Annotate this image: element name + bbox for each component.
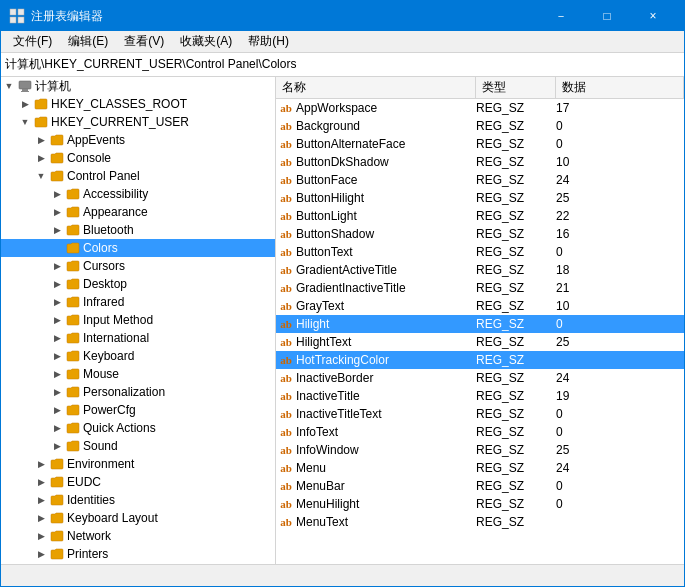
tree-item-appevents[interactable]: ▶AppEvents xyxy=(1,131,275,149)
expand-btn-appevents[interactable]: ▶ xyxy=(33,131,49,149)
tree-item-appearance[interactable]: ▶Appearance xyxy=(1,203,275,221)
list-row[interactable]: abButtonHilightREG_SZ25 xyxy=(276,189,684,207)
tree-item-personalization[interactable]: ▶Personalization xyxy=(1,383,275,401)
list-row[interactable]: abButtonAlternateFaceREG_SZ0 xyxy=(276,135,684,153)
tree-item-controlpanel[interactable]: ▼Control Panel xyxy=(1,167,275,185)
expand-btn-keyboardlayout[interactable]: ▶ xyxy=(33,509,49,527)
expand-btn-appearance[interactable]: ▶ xyxy=(49,203,65,221)
list-row[interactable]: abMenuHilightREG_SZ0 xyxy=(276,495,684,513)
tree-item-eudc[interactable]: ▶EUDC xyxy=(1,473,275,491)
tree-item-sound[interactable]: ▶Sound xyxy=(1,437,275,455)
list-row[interactable]: abMenuTextREG_SZ xyxy=(276,513,684,531)
tree-item-keyboardlayout[interactable]: ▶Keyboard Layout xyxy=(1,509,275,527)
list-body[interactable]: abAppWorkspaceREG_SZ17abBackgroundREG_SZ… xyxy=(276,99,684,564)
list-row[interactable]: abMenuREG_SZ24 xyxy=(276,459,684,477)
tree-item-network[interactable]: ▶Network xyxy=(1,527,275,545)
list-row[interactable]: abInfoTextREG_SZ0 xyxy=(276,423,684,441)
tree-item-environment[interactable]: ▶Environment xyxy=(1,455,275,473)
expand-btn-international[interactable]: ▶ xyxy=(49,329,65,347)
expand-btn-identities[interactable]: ▶ xyxy=(33,491,49,509)
tree-item-powercfg[interactable]: ▶PowerCfg xyxy=(1,401,275,419)
reg-value-type: REG_SZ xyxy=(476,191,556,205)
list-row[interactable]: abInactiveBorderREG_SZ24 xyxy=(276,369,684,387)
tree-item-accessibility[interactable]: ▶Accessibility xyxy=(1,185,275,203)
menu-item[interactable]: 帮助(H) xyxy=(240,31,297,52)
list-row[interactable]: abButtonFaceREG_SZ24 xyxy=(276,171,684,189)
tree-item-cursors[interactable]: ▶Cursors xyxy=(1,257,275,275)
tree-item-mouse[interactable]: ▶Mouse xyxy=(1,365,275,383)
app-icon xyxy=(9,8,25,24)
menu-item[interactable]: 收藏夹(A) xyxy=(172,31,240,52)
expand-btn-eudc[interactable]: ▶ xyxy=(33,473,49,491)
list-row[interactable]: abInfoWindowREG_SZ25 xyxy=(276,441,684,459)
tree-item-hkcu[interactable]: ▼HKEY_CURRENT_USER xyxy=(1,113,275,131)
col-header-data[interactable]: 数据 xyxy=(556,77,684,98)
reg-value-data: 25 xyxy=(556,191,684,205)
expand-btn-computer[interactable]: ▼ xyxy=(1,77,17,95)
tree-item-printers[interactable]: ▶Printers xyxy=(1,545,275,563)
list-row[interactable]: abInactiveTitleTextREG_SZ0 xyxy=(276,405,684,423)
expand-btn-keyboard[interactable]: ▶ xyxy=(49,347,65,365)
minimize-button[interactable]: － xyxy=(538,1,584,31)
list-row[interactable]: abButtonDkShadowREG_SZ10 xyxy=(276,153,684,171)
list-row[interactable]: abButtonShadowREG_SZ16 xyxy=(276,225,684,243)
expand-btn-mouse[interactable]: ▶ xyxy=(49,365,65,383)
folder-icon xyxy=(65,204,81,220)
tree-item-bluetooth[interactable]: ▶Bluetooth xyxy=(1,221,275,239)
list-row[interactable]: abMenuBarREG_SZ0 xyxy=(276,477,684,495)
tree-item-computer[interactable]: ▼计算机 xyxy=(1,77,275,95)
close-button[interactable]: × xyxy=(630,1,676,31)
menu-item[interactable]: 查看(V) xyxy=(116,31,172,52)
tree-item-international[interactable]: ▶International xyxy=(1,329,275,347)
expand-btn-console[interactable]: ▶ xyxy=(33,149,49,167)
expand-btn-printers[interactable]: ▶ xyxy=(33,545,49,563)
col-header-type[interactable]: 类型 xyxy=(476,77,556,98)
tree-item-hkcr[interactable]: ▶HKEY_CLASSES_ROOT xyxy=(1,95,275,113)
reg-value-icon: ab xyxy=(276,174,296,186)
tree-item-colors[interactable]: Colors xyxy=(1,239,275,257)
list-row[interactable]: abAppWorkspaceREG_SZ17 xyxy=(276,99,684,117)
expand-btn-personalization[interactable]: ▶ xyxy=(49,383,65,401)
reg-value-data: 22 xyxy=(556,209,684,223)
tree-item-desktop[interactable]: ▶Desktop xyxy=(1,275,275,293)
expand-btn-inputmethod[interactable]: ▶ xyxy=(49,311,65,329)
expand-btn-desktop[interactable]: ▶ xyxy=(49,275,65,293)
expand-btn-environment[interactable]: ▶ xyxy=(33,455,49,473)
expand-btn-accessibility[interactable]: ▶ xyxy=(49,185,65,203)
tree-item-infrared[interactable]: ▶Infrared xyxy=(1,293,275,311)
list-row[interactable]: abGradientInactiveTitleREG_SZ21 xyxy=(276,279,684,297)
expand-btn-controlpanel[interactable]: ▼ xyxy=(33,167,49,185)
expand-btn-hkcu[interactable]: ▼ xyxy=(17,113,33,131)
expand-btn-cursors[interactable]: ▶ xyxy=(49,257,65,275)
expand-btn-sound[interactable]: ▶ xyxy=(49,437,65,455)
list-row[interactable]: abInactiveTitleREG_SZ19 xyxy=(276,387,684,405)
tree-item-keyboard[interactable]: ▶Keyboard xyxy=(1,347,275,365)
tree-item-inputmethod[interactable]: ▶Input Method xyxy=(1,311,275,329)
tree-panel[interactable]: ▼计算机▶HKEY_CLASSES_ROOT▼HKEY_CURRENT_USER… xyxy=(1,77,276,564)
expand-btn-infrared[interactable]: ▶ xyxy=(49,293,65,311)
svg-rect-3 xyxy=(18,17,24,23)
expand-btn-quickactions[interactable]: ▶ xyxy=(49,419,65,437)
list-row[interactable]: abHilightTextREG_SZ25 xyxy=(276,333,684,351)
tree-label-identities: Identities xyxy=(67,493,115,507)
list-row[interactable]: abGrayTextREG_SZ10 xyxy=(276,297,684,315)
list-row[interactable]: abHotTrackingColorREG_SZ xyxy=(276,351,684,369)
expand-btn-bluetooth[interactable]: ▶ xyxy=(49,221,65,239)
tree-item-console[interactable]: ▶Console xyxy=(1,149,275,167)
list-row[interactable]: abHilightREG_SZ0 xyxy=(276,315,684,333)
expand-btn-network[interactable]: ▶ xyxy=(33,527,49,545)
tree-item-quickactions[interactable]: ▶Quick Actions xyxy=(1,419,275,437)
list-row[interactable]: abButtonTextREG_SZ0 xyxy=(276,243,684,261)
expand-btn-colors[interactable] xyxy=(49,239,65,257)
menu-item[interactable]: 编辑(E) xyxy=(60,31,116,52)
tree-item-identities[interactable]: ▶Identities xyxy=(1,491,275,509)
menu-item[interactable]: 文件(F) xyxy=(5,31,60,52)
list-row[interactable]: abBackgroundREG_SZ0 xyxy=(276,117,684,135)
reg-value-name: ButtonFace xyxy=(296,173,476,187)
col-header-name[interactable]: 名称 xyxy=(276,77,476,98)
list-row[interactable]: abButtonLightREG_SZ22 xyxy=(276,207,684,225)
expand-btn-hkcr[interactable]: ▶ xyxy=(17,95,33,113)
expand-btn-powercfg[interactable]: ▶ xyxy=(49,401,65,419)
maximize-button[interactable]: □ xyxy=(584,1,630,31)
list-row[interactable]: abGradientActiveTitleREG_SZ18 xyxy=(276,261,684,279)
